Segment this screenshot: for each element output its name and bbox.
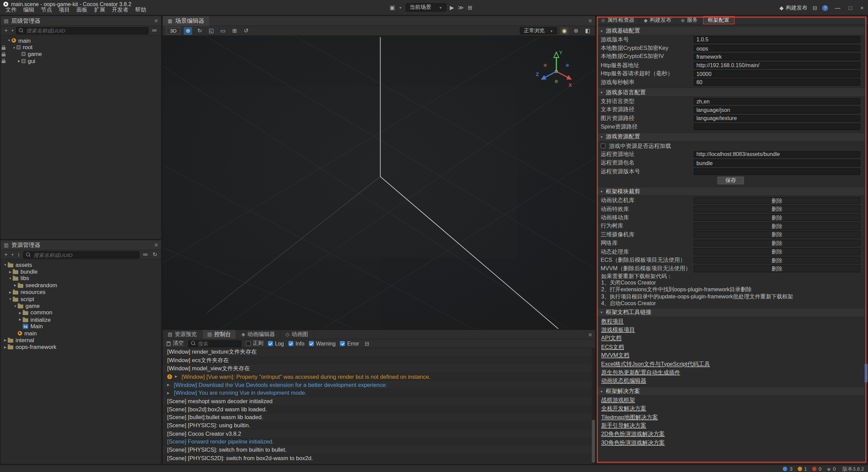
section-framework-modules[interactable]: ▼ 框架模块裁剪 [597, 187, 865, 196]
crypto-iv-input[interactable] [694, 53, 860, 60]
tab-framework-config[interactable]: 框架配置 [703, 16, 734, 24]
expand-arrow-icon[interactable]: ▶ [18, 311, 23, 314]
http-server-input[interactable] [694, 62, 860, 68]
remote-bundle-name-input[interactable] [694, 159, 860, 166]
expand-arrow-icon[interactable]: ▼ [12, 46, 17, 49]
remote-resource-url-input[interactable] [694, 151, 860, 158]
save-button[interactable]: 保存 [717, 177, 744, 185]
add-node-button[interactable]: + [3, 28, 9, 33]
preview-device-caret-icon[interactable]: ▼ [399, 6, 402, 9]
asset-row-script[interactable]: ▼ script [1, 296, 161, 302]
asset-row-common[interactable]: ▶ common [1, 309, 161, 316]
expand-arrow-icon[interactable]: ▼ [8, 277, 13, 280]
move-tool-icon[interactable]: ⊕ [184, 27, 192, 35]
link-3d-rpg-solution[interactable]: 3D角色扮演游戏解决方案 [601, 439, 665, 447]
log-row[interactable]: [Scene] [box2d]:box2d wasm lib loaded. [163, 405, 595, 413]
orientation-gizmo[interactable]: Y X Z [535, 48, 577, 90]
link-tiledmap-solution[interactable]: Tiledmap地图解决方案 [601, 413, 658, 421]
build-publish-button[interactable]: ◆ 构建发布 [780, 4, 808, 11]
language-types-input[interactable] [694, 98, 860, 105]
section-game-language-config[interactable]: ▼ 游戏多语言配置 [597, 88, 865, 97]
asset-row-game[interactable]: ▼ game [1, 302, 161, 309]
asset-row-seedrandom[interactable]: ▶ seedrandom [1, 282, 161, 289]
delete-move-button[interactable]: 删除 [694, 214, 860, 221]
tab-animation-graph[interactable]: ◇ 动画图 [281, 330, 314, 339]
warning-checkbox[interactable] [309, 341, 314, 346]
delete-ecs-button[interactable]: 删除 [694, 257, 860, 263]
expand-arrow-icon[interactable]: ▼ [7, 39, 12, 42]
section-solutions[interactable]: ▼ 框架解决方案 [597, 387, 865, 396]
asset-row-main-scene[interactable]: main [1, 330, 161, 337]
tab-asset-preview[interactable]: ▧ 资源预览 [163, 330, 202, 339]
expand-arrow-icon[interactable]: ▶ [8, 291, 13, 294]
expand-arrow-icon[interactable]: ▼ [13, 304, 18, 308]
expand-arrow-icon[interactable]: ▶ [18, 318, 23, 321]
assets-menu-icon[interactable]: ≡ [155, 242, 158, 248]
game-version-input[interactable] [694, 36, 860, 43]
section-game-resource-config[interactable]: ▼ 游戏资源配置 [597, 132, 865, 142]
expand-arrow-icon[interactable]: ▶ [8, 270, 13, 273]
tab-animation-editor[interactable]: ◈ 动画编辑器 [236, 330, 280, 339]
remote-load-checkbox[interactable] [600, 143, 606, 149]
expand-arrow-icon[interactable]: ▶ [175, 375, 179, 378]
log-row[interactable]: [Scene] [PHYSICS2D]: switch from box2d-w… [163, 454, 595, 462]
spine-resource-path-input[interactable] [694, 123, 860, 130]
delete-camera-button[interactable]: 删除 [694, 231, 860, 238]
image-resource-path-input[interactable] [694, 115, 860, 122]
tree-node-gui[interactable]: ▶ gui [1, 58, 161, 64]
layout-grid-icon[interactable]: ⊞ [468, 4, 472, 11]
play-button[interactable]: ▶ [450, 4, 454, 11]
add-asset-button[interactable]: + [3, 252, 9, 257]
text-resource-path-input[interactable] [694, 106, 860, 113]
link-hotupdate-plugin[interactable]: 原生包热更新配置自动生成插件 [601, 369, 680, 376]
sort-icon[interactable]: ↕ [16, 252, 21, 257]
link-mvvm-docs[interactable]: MVVM文档 [601, 352, 629, 359]
log-row-info[interactable]: ▶ [Window] Download the Vue Devtools ext… [163, 381, 595, 389]
step-button[interactable]: ≫ [458, 4, 464, 11]
scene-tab[interactable]: ▦ 场景编辑器 [163, 16, 209, 26]
pivot-toggle-icon[interactable]: ↺ [242, 27, 250, 35]
scene-menu-icon[interactable]: ≡ [589, 18, 592, 24]
link-excel-tool[interactable]: Excel格式转Json文件与TypeScript代码工具 [601, 360, 710, 368]
remote-version-input[interactable] [694, 168, 860, 175]
link-2d-rpg-solution[interactable]: 2D角色扮演游戏解决方案 [601, 430, 665, 438]
asset-row-main-ts[interactable]: TS Main [1, 323, 161, 330]
rect-tool-icon[interactable]: ▭ [219, 27, 227, 35]
info-checkbox[interactable] [288, 341, 293, 346]
fps-input[interactable] [694, 79, 860, 85]
notification-icon[interactable]: ◈ [827, 466, 831, 472]
section-game-basic-config[interactable]: ▼ 游戏基础配置 [597, 26, 865, 36]
menu-edit[interactable]: 编辑 [20, 5, 38, 14]
asset-row-assets[interactable]: ▼ assets [1, 261, 161, 268]
scale-tool-icon[interactable]: ◱ [207, 27, 215, 35]
delete-mvvm-button[interactable]: 删除 [694, 265, 860, 272]
link-fullstack-solution[interactable]: 全栈开发解决方案 [601, 405, 646, 413]
asset-row-oops-framework[interactable]: ▶ oops-framework [1, 343, 161, 350]
add-asset-caret-icon[interactable]: ▼ [11, 253, 14, 256]
preview-device-icon[interactable]: ▣ [390, 4, 395, 11]
tab-build-publish[interactable]: ◆ 构建发布 [639, 16, 676, 24]
filter-log[interactable]: Log [268, 340, 284, 347]
collapse-logs-icon[interactable]: ⊟ [363, 341, 370, 346]
log-row[interactable]: [Scene] [PHYSICS]: using builtin. [163, 421, 595, 430]
asset-row-internal[interactable]: ▶ internal [1, 337, 161, 343]
link-tutorial-project[interactable]: 教程项目 [601, 318, 624, 326]
scrollbar-thumb[interactable] [865, 364, 867, 383]
hierarchy-search-input[interactable] [26, 27, 145, 34]
log-row[interactable]: [Scene] meshopt wasm decoder initialized [163, 397, 595, 405]
filter-regex[interactable]: 正则 [245, 340, 263, 347]
regex-checkbox[interactable] [245, 341, 251, 346]
info-count-icon[interactable] [783, 467, 787, 471]
expand-arrow-icon[interactable]: ▶ [167, 383, 171, 387]
rotate-tool-icon[interactable]: ↻ [196, 27, 204, 35]
crypto-key-input[interactable] [694, 45, 860, 52]
link-guide-solution[interactable]: 新手引导解决方案 [601, 422, 646, 430]
lighting-toggle-icon[interactable]: ◉ [560, 27, 568, 35]
console-search-input[interactable] [198, 341, 238, 346]
link-template-project[interactable]: 游戏模板项目 [601, 326, 635, 334]
scene-gizmo-settings-icon[interactable]: ⊛ [572, 27, 580, 35]
asset-row-bundle[interactable]: ▶ bundle [1, 268, 161, 275]
filter-warning[interactable]: Warning [309, 340, 336, 347]
refresh-icon[interactable]: ↻ [152, 252, 158, 257]
log-row[interactable]: [Scene] Cocos Creator v3.8.2 [163, 430, 595, 438]
